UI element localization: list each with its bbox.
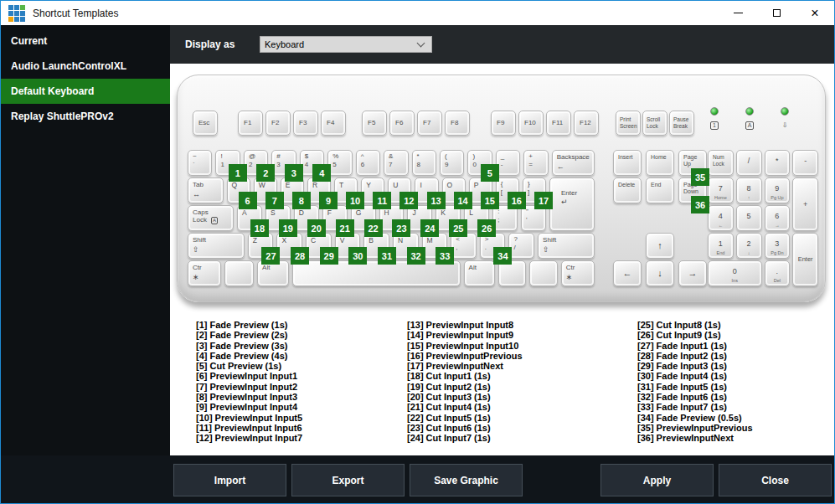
key-arrow-down[interactable]: ↓ bbox=[646, 260, 674, 286]
key-backspace[interactable]: Backspace← bbox=[552, 150, 595, 176]
shortcut-list-item: [1] Fade Preview (1s) bbox=[196, 320, 404, 330]
key-f6[interactable]: F6 bbox=[389, 111, 415, 136]
key-f5[interactable]: F5 bbox=[362, 111, 387, 136]
key-tab[interactable]: Tab↔ bbox=[188, 177, 224, 203]
key-f1[interactable]: F1 bbox=[238, 111, 263, 136]
key-shift-left[interactable]: Shift⇧ bbox=[188, 233, 245, 259]
key-ctrl-left[interactable]: Ctr∗ bbox=[188, 260, 221, 286]
key-shift-right[interactable]: Shift⇧ bbox=[538, 233, 595, 259]
shortcut-list-item: [16] PreviewInputPrevious bbox=[407, 351, 615, 361]
key-numpad-7[interactable]: 7Home bbox=[708, 177, 734, 203]
key-t[interactable]: T10 bbox=[334, 177, 358, 203]
key-numpad-1[interactable]: 1End bbox=[708, 233, 734, 259]
shortcut-badge-9: 9 bbox=[319, 192, 338, 209]
shortcut-list-item: [26] Cut Input9 (1s) bbox=[637, 330, 835, 340]
window-title: Shortcut Templates bbox=[33, 8, 119, 19]
key-numpad-2[interactable]: 2↓ bbox=[736, 233, 762, 259]
key-numpad-divide[interactable]: / bbox=[736, 150, 762, 176]
key-f11[interactable]: F11 bbox=[546, 111, 571, 136]
key-bracket-left[interactable]: {[16 bbox=[496, 177, 519, 203]
sidebar-item-audio-launchcontrolxl[interactable]: Audio LaunchControlXL bbox=[1, 54, 170, 79]
close-button[interactable]: × bbox=[796, 1, 834, 25]
key-numpad-6[interactable]: 6→ bbox=[765, 205, 791, 231]
key-5[interactable]: %5 bbox=[327, 150, 352, 176]
display-as-select[interactable]: Keyboard bbox=[260, 36, 432, 53]
key-numpad-add[interactable]: + bbox=[792, 177, 818, 231]
key-0[interactable]: )05 bbox=[467, 150, 492, 176]
caps-lock-icon: A bbox=[745, 121, 755, 130]
apply-button[interactable]: Apply bbox=[600, 464, 714, 496]
key-end[interactable]: End bbox=[646, 177, 674, 203]
maximize-button[interactable] bbox=[757, 1, 796, 25]
key-f2[interactable]: F2 bbox=[265, 111, 291, 136]
key-slash[interactable]: ?/ bbox=[508, 233, 534, 259]
key-bracket-right[interactable]: }]17 bbox=[523, 177, 546, 203]
sidebar-item-current[interactable]: Current bbox=[1, 28, 170, 54]
key-win-left[interactable] bbox=[224, 260, 254, 286]
key-numpad-0[interactable]: 0Ins bbox=[708, 260, 762, 286]
key-ctrl-right[interactable]: Ctr∗ bbox=[561, 260, 595, 286]
key-page-up[interactable]: Page Up35 bbox=[678, 150, 707, 176]
key-i[interactable]: I13 bbox=[415, 177, 438, 203]
key-numpad-8[interactable]: 8↑ bbox=[736, 177, 762, 203]
key-minus[interactable]: _- bbox=[496, 150, 520, 176]
key-numpad-4[interactable]: 4← bbox=[708, 205, 734, 231]
key-arrow-up[interactable]: ↑ bbox=[646, 233, 674, 259]
num-lock-icon: 1 bbox=[710, 121, 719, 130]
key-enter[interactable]: Enter↵ bbox=[549, 177, 595, 231]
key-f7[interactable]: F7 bbox=[417, 111, 442, 136]
key-home[interactable]: Home bbox=[646, 150, 674, 176]
save-graphic-button[interactable]: Save Graphic bbox=[410, 464, 523, 496]
minimize-button[interactable] bbox=[719, 1, 757, 25]
key-u[interactable]: U12 bbox=[388, 177, 411, 203]
import-button[interactable]: Import bbox=[173, 464, 286, 496]
key-f3[interactable]: F3 bbox=[293, 111, 318, 136]
key-delete[interactable]: Delete bbox=[613, 177, 642, 203]
key-f8[interactable]: F8 bbox=[445, 111, 470, 136]
key-f10[interactable]: F10 bbox=[518, 111, 544, 136]
shortcut-list-item: [4] Fade Preview (4s) bbox=[196, 351, 404, 361]
key-numpad-multiply[interactable]: * bbox=[765, 150, 791, 176]
key-numpad-5[interactable]: 5 bbox=[736, 205, 762, 231]
key-caps-lock[interactable]: Caps LockA bbox=[188, 205, 234, 231]
sidebar-item-default-keyboard[interactable]: Default Keyboard bbox=[1, 79, 170, 104]
export-button[interactable]: Export bbox=[291, 464, 405, 496]
key-8[interactable]: *8 bbox=[412, 150, 436, 176]
key-arrow-right[interactable]: → bbox=[678, 260, 707, 286]
shortcut-badge-11: 11 bbox=[373, 192, 391, 209]
close-window-button[interactable]: Close bbox=[719, 464, 832, 496]
key-arrow-left[interactable]: ← bbox=[613, 260, 642, 286]
key-y[interactable]: Y11 bbox=[361, 177, 384, 203]
key-1[interactable]: !11 bbox=[215, 150, 240, 176]
key-numpad-3[interactable]: 3Pg Dn bbox=[765, 233, 791, 259]
shortcut-badge-27: 27 bbox=[261, 247, 280, 265]
key-equals[interactable]: += bbox=[523, 150, 548, 176]
key-numpad-enter[interactable]: Enter bbox=[792, 233, 818, 286]
key-9[interactable]: (9 bbox=[440, 150, 464, 176]
key-grave[interactable]: ~` bbox=[188, 150, 212, 176]
key-4[interactable]: $44 bbox=[300, 150, 324, 176]
key-numpad-9[interactable]: 9Pg Up bbox=[765, 177, 791, 203]
key-alt-right[interactable]: Alt bbox=[464, 260, 496, 286]
sidebar-item-replay-shuttleprov2[interactable]: Replay ShuttlePROv2 bbox=[1, 104, 170, 129]
key-o[interactable]: O14 bbox=[442, 177, 466, 203]
key-numpad-num-lock[interactable]: Num Lock bbox=[708, 150, 734, 176]
key-pause-break[interactable]: Pause Break bbox=[669, 111, 694, 136]
key-f4[interactable]: F4 bbox=[321, 111, 346, 136]
key-2[interactable]: @22 bbox=[244, 150, 268, 176]
key-print-screen[interactable]: Print Screen bbox=[616, 111, 641, 136]
key-esc[interactable]: Esc bbox=[193, 111, 218, 136]
key-numpad-subtract[interactable]: - bbox=[792, 150, 818, 176]
key-scroll-lock[interactable]: Scroll Lock bbox=[642, 111, 667, 136]
key-menu[interactable] bbox=[529, 260, 557, 286]
key-7[interactable]: &7 bbox=[384, 150, 408, 176]
shortcut-list-item: [12] PreviewInput Input7 bbox=[196, 433, 404, 443]
key-6[interactable]: ^6 bbox=[356, 150, 380, 176]
key-3[interactable]: #33 bbox=[271, 150, 296, 176]
window-titlebar: Shortcut Templates × bbox=[1, 1, 834, 25]
key-f12[interactable]: F12 bbox=[574, 111, 599, 136]
key-insert[interactable]: Insert bbox=[613, 150, 642, 176]
key-numpad-decimal[interactable]: .Del bbox=[765, 260, 791, 286]
minimize-icon bbox=[734, 13, 743, 13]
key-f9[interactable]: F9 bbox=[491, 111, 516, 136]
